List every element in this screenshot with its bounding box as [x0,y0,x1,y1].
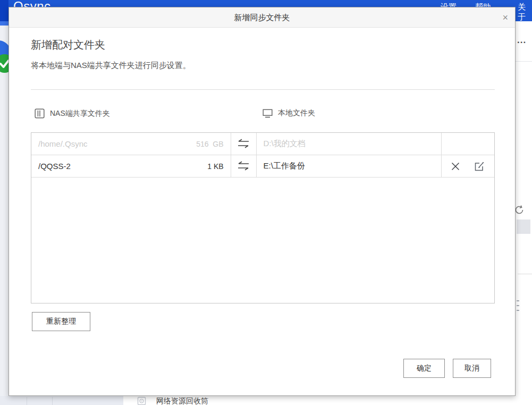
screen: Qsync 设置 帮助 关于 ... [0,0,532,405]
pair-table: /home/.Qsync 516 GB D:\我的文档 /QQSS-2 [31,132,495,303]
computer-icon [263,109,273,118]
nas-size: 1 KB [207,162,223,171]
divider [516,61,532,62]
background-left-strip [0,21,9,396]
local-column-header: 本地文件夹 [263,108,315,118]
more-options-icon[interactable]: ... [517,35,526,46]
actions-cell [442,133,494,155]
local-path: E:\工作备份 [264,161,305,171]
sidebar-highlight [0,21,9,26]
recycle-bin-label: 网络资源回收筒 [156,396,208,405]
sync-direction-cell [231,155,257,177]
background-bottom-strip: 网络资源回收筒 [0,396,532,405]
two-way-sync-icon [237,139,250,149]
nav-about[interactable]: 关于 [518,2,532,22]
network-recycle-bin-row[interactable]: 网络资源回收筒 [123,396,532,405]
dialog-header: 新增同步文件夹 × [9,7,515,28]
edit-pencil-icon [474,161,485,172]
actions-cell [442,155,494,177]
topbar-edge [0,0,9,21]
page-subtitle: 将本地端与NAS端共享文件夹进行同步设置。 [31,61,191,71]
nas-path-cell[interactable]: /home/.Qsync 516 GB [31,133,231,155]
dialog-title: 新增同步文件夹 [9,7,515,28]
table-row[interactable]: /QQSS-2 1 KB E:\工作备份 [31,155,494,178]
check-icon [0,54,9,73]
local-path: D:\我的文档 [264,139,306,149]
sync-direction-cell [231,133,257,155]
two-way-sync-icon [237,161,250,171]
divider [518,274,532,274]
nas-column-label: NAS端共享文件夹 [50,109,110,119]
cancel-button[interactable]: 取消 [453,359,491,378]
page-title: 新增配对文件夹 [31,38,105,52]
nas-path: /QQSS-2 [38,162,71,171]
local-path-cell[interactable]: D:\我的文档 [257,133,442,155]
background-list-fragment [517,300,519,301]
background-right-strip: ... [516,21,532,396]
connected-status-badge [0,54,9,73]
divider [27,397,27,405]
background-list-fragment [517,310,519,311]
refresh-button[interactable]: 重新整理 [32,312,90,331]
recycle-bin-icon [137,396,146,405]
refresh-icon[interactable] [516,204,525,216]
close-icon[interactable]: × [502,12,508,23]
edit-pair-button[interactable] [474,161,485,172]
delete-pair-button[interactable] [451,162,460,171]
nas-path-cell[interactable]: /QQSS-2 1 KB [31,155,231,177]
nas-size: 516 GB [196,140,223,148]
local-column-label: 本地文件夹 [278,108,315,118]
background-list-fragment [517,305,519,306]
local-path-cell[interactable]: E:\工作备份 [257,155,442,177]
nas-path: /home/.Qsync [38,139,88,148]
background-panel-fragment [517,220,530,234]
ok-button[interactable]: 确定 [403,359,445,378]
nas-icon [35,108,45,119]
divider [31,89,495,90]
table-row-placeholder[interactable]: /home/.Qsync 516 GB D:\我的文档 [31,133,494,155]
nas-column-header: NAS端共享文件夹 [35,108,110,119]
divider [52,397,53,405]
add-sync-folder-dialog: 新增同步文件夹 × 新增配对文件夹 将本地端与NAS端共享文件夹进行同步设置。 … [9,7,516,396]
delete-x-icon [451,162,460,171]
bottom-toolbar-fragment [0,396,123,405]
